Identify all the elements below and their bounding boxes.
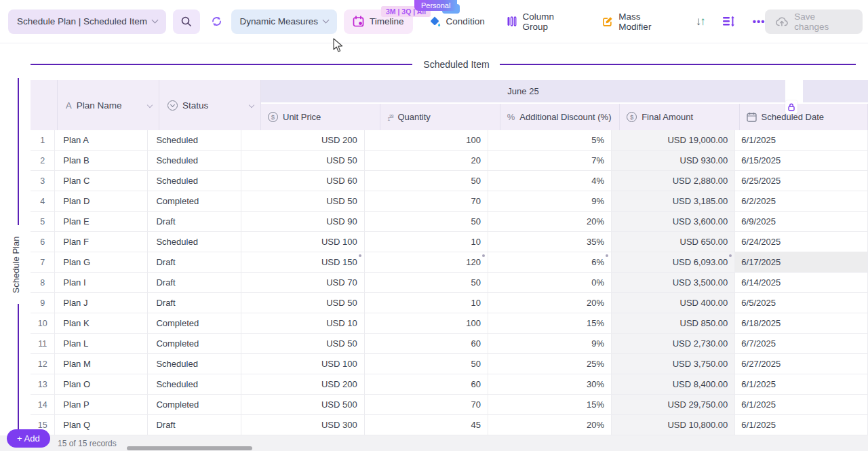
cell-date[interactable]: 6/15/2025	[735, 151, 868, 170]
cell-plan-name[interactable]: Plan I	[55, 273, 148, 292]
cell-final-amount[interactable]: USD 930.00	[612, 151, 735, 170]
row-number[interactable]: 8	[31, 273, 55, 292]
header-additional-discount[interactable]: % Additional Discount (%)	[500, 104, 620, 130]
cell-status[interactable]: Scheduled	[148, 171, 241, 191]
cell-unit-price[interactable]: USD 50	[241, 293, 365, 313]
cell-quantity[interactable]: 50	[365, 273, 488, 292]
dynamic-measures-dropdown[interactable]: Dynamic Measures	[231, 9, 338, 34]
cell-status[interactable]: Completed	[148, 395, 241, 414]
cell-final-amount[interactable]: USD 400.00	[612, 293, 735, 313]
cell-unit-price[interactable]: USD 50	[241, 191, 365, 211]
cell-unit-price[interactable]: USD 100	[241, 232, 365, 252]
cell-unit-price[interactable]: USD 10	[241, 313, 365, 333]
cell-plan-name[interactable]: Plan G	[55, 252, 148, 272]
cell-date[interactable]: 6/1/2025	[735, 374, 868, 394]
cell-discount[interactable]: 5%	[488, 130, 612, 150]
cell-date[interactable]: 6/1/2025	[735, 130, 868, 150]
cell-quantity[interactable]: 50	[365, 354, 488, 374]
row-number[interactable]: 3	[31, 171, 55, 191]
row-height-button[interactable]	[722, 16, 735, 27]
save-changes-button[interactable]: Save changes	[765, 9, 863, 34]
cell-final-amount[interactable]: USD 19,000.00	[612, 130, 735, 150]
cell-date[interactable]: 6/5/2025	[735, 293, 868, 313]
cell-quantity[interactable]: 100	[365, 313, 488, 333]
cell-quantity[interactable]: 70	[365, 191, 488, 211]
cell-date[interactable]: 6/27/2025	[735, 354, 868, 374]
header-scheduled-date[interactable]: Scheduled Date	[740, 104, 868, 130]
cell-final-amount[interactable]: USD 2,730.00	[612, 334, 735, 353]
cell-unit-price[interactable]: USD 150	[241, 252, 365, 272]
cell-plan-name[interactable]: Plan F	[55, 232, 148, 252]
cell-unit-price[interactable]: USD 500	[241, 395, 365, 414]
cell-status[interactable]: Scheduled	[148, 374, 241, 394]
cell-final-amount[interactable]: USD 650.00	[612, 232, 735, 252]
cell-discount[interactable]: 20%	[488, 293, 612, 313]
header-row-number[interactable]	[31, 80, 58, 130]
cell-status[interactable]: Scheduled	[148, 232, 241, 252]
cell-status[interactable]: Draft	[148, 212, 241, 231]
cell-quantity[interactable]: 50	[365, 212, 488, 231]
cell-status[interactable]: Completed	[148, 313, 241, 333]
search-button[interactable]	[173, 9, 200, 34]
row-number[interactable]: 14	[31, 395, 55, 414]
horizontal-scrollbar-thumb[interactable]	[127, 446, 252, 450]
cell-quantity[interactable]: 50	[365, 171, 488, 191]
column-group-button[interactable]: Column Group	[507, 12, 582, 32]
cell-unit-price[interactable]: USD 60	[241, 171, 365, 191]
cell-plan-name[interactable]: Plan M	[55, 354, 148, 374]
cell-final-amount[interactable]: USD 2,880.00	[612, 171, 735, 191]
cell-quantity[interactable]: 120	[365, 252, 488, 272]
row-number[interactable]: 1	[31, 130, 55, 150]
cell-discount[interactable]: 15%	[488, 395, 612, 414]
cell-date[interactable]: 6/14/2025	[735, 273, 868, 292]
cell-plan-name[interactable]: Plan Q	[55, 415, 148, 435]
row-number[interactable]: 13	[31, 374, 55, 394]
cell-unit-price[interactable]: USD 200	[241, 374, 365, 394]
cell-plan-name[interactable]: Plan L	[55, 334, 148, 353]
header-status[interactable]: Status	[159, 80, 261, 130]
row-number[interactable]: 7	[31, 252, 55, 272]
cell-quantity[interactable]: 20	[365, 151, 488, 170]
header-plan-name[interactable]: A Plan Name	[58, 80, 159, 130]
cell-plan-name[interactable]: Plan K	[55, 313, 148, 333]
cell-discount[interactable]: 30%	[488, 374, 612, 394]
cell-unit-price[interactable]: USD 300	[241, 415, 365, 435]
row-number[interactable]: 9	[31, 293, 55, 313]
cell-status[interactable]: Completed	[148, 191, 241, 211]
row-number[interactable]: 2	[31, 151, 55, 170]
cell-quantity[interactable]: 45	[365, 415, 488, 435]
more-menu-button[interactable]: •••	[753, 16, 766, 27]
cell-date[interactable]: 6/24/2025	[735, 232, 868, 252]
sort-button[interactable]: ↓↑	[696, 15, 705, 28]
row-number[interactable]: 5	[31, 212, 55, 231]
cell-final-amount[interactable]: USD 3,500.00	[612, 273, 735, 292]
row-number[interactable]: 10	[31, 313, 55, 333]
cell-unit-price[interactable]: USD 200	[241, 130, 365, 150]
header-quantity[interactable]: ₁²³ Quantity	[380, 104, 500, 130]
refresh-button[interactable]	[210, 15, 223, 28]
cell-discount[interactable]: 6%	[488, 252, 612, 272]
cell-discount[interactable]: 20%	[488, 212, 612, 231]
row-number[interactable]: 12	[31, 354, 55, 374]
cell-quantity[interactable]: 100	[365, 130, 488, 150]
cell-status[interactable]: Scheduled	[148, 354, 241, 374]
cell-discount[interactable]: 0%	[488, 273, 612, 292]
cell-final-amount[interactable]: USD 3,750.00	[612, 354, 735, 374]
header-final-amount[interactable]: $ Final Amount	[620, 104, 739, 130]
cell-final-amount[interactable]: USD 3,600.00	[612, 212, 735, 231]
header-unit-price[interactable]: $ Unit Price	[261, 104, 380, 130]
cell-discount[interactable]: 9%	[488, 191, 612, 211]
cell-plan-name[interactable]: Plan A	[55, 130, 148, 150]
cell-final-amount[interactable]: USD 850.00	[612, 313, 735, 333]
cell-unit-price[interactable]: USD 100	[241, 354, 365, 374]
cell-final-amount[interactable]: USD 29,750.00	[612, 395, 735, 414]
cell-unit-price[interactable]: USD 70	[241, 273, 365, 292]
cell-plan-name[interactable]: Plan D	[55, 191, 148, 211]
cell-discount[interactable]: 35%	[488, 232, 612, 252]
cell-discount[interactable]: 4%	[488, 171, 612, 191]
cell-discount[interactable]: 9%	[488, 334, 612, 353]
row-number[interactable]: 11	[31, 334, 55, 353]
cell-status[interactable]: Draft	[148, 293, 241, 313]
cell-plan-name[interactable]: Plan O	[55, 374, 148, 394]
cell-quantity[interactable]: 60	[365, 374, 488, 394]
